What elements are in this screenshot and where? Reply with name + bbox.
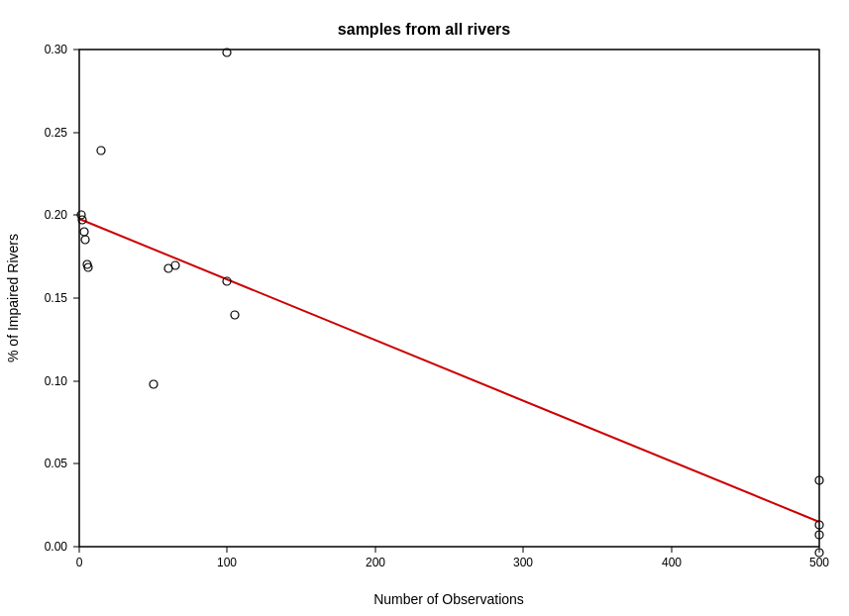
- y-tick-label-0.20: 0.20: [45, 208, 68, 222]
- chart-title: samples from all rivers: [338, 21, 510, 38]
- x-tick-label-400: 400: [662, 556, 682, 569]
- scatter-plot: samples from all rivers Number of Observ…: [0, 0, 849, 616]
- plot-area: [79, 50, 819, 547]
- y-tick-label-0.25: 0.25: [45, 126, 68, 140]
- y-tick-label-0.10: 0.10: [45, 374, 68, 388]
- y-tick-label-0.05: 0.05: [45, 457, 68, 470]
- y-tick-label-0.15: 0.15: [45, 291, 68, 305]
- y-tick-label-0.30: 0.30: [45, 43, 68, 56]
- y-tick-label-0.00: 0.00: [45, 540, 68, 554]
- chart-container: samples from all rivers Number of Observ…: [0, 0, 849, 616]
- x-tick-label-500: 500: [809, 556, 829, 569]
- x-tick-label-0: 0: [76, 556, 83, 569]
- x-tick-label-200: 200: [366, 556, 385, 569]
- y-axis-label: % of Impaired Rivers: [5, 234, 21, 362]
- x-axis-label: Number of Observations: [373, 591, 524, 607]
- x-tick-label-100: 100: [217, 556, 237, 569]
- x-tick-label-300: 300: [513, 556, 533, 569]
